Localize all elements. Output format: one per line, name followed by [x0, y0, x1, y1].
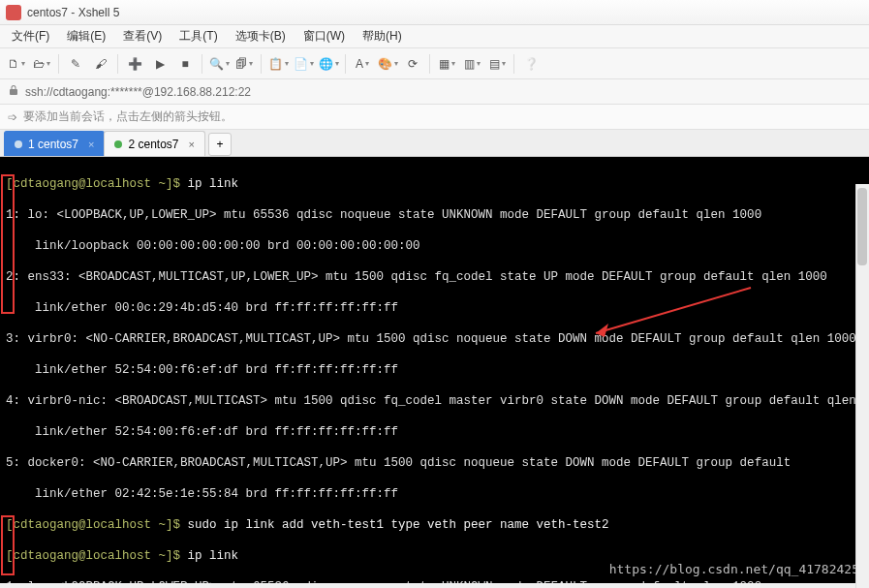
font-icon[interactable]: A	[352, 53, 373, 75]
add-tab-button[interactable]: +	[208, 133, 232, 156]
search-icon[interactable]: 🔍	[208, 53, 230, 75]
close-icon[interactable]: ×	[189, 139, 195, 150]
tab-label: 2 centos7	[128, 138, 178, 151]
hint-text: 要添加当前会话，点击左侧的箭头按钮。	[23, 108, 233, 125]
palette-icon[interactable]: 🎨	[377, 53, 398, 75]
separator	[58, 54, 59, 74]
status-dot-icon	[114, 140, 122, 148]
menu-file[interactable]: 文件(F)	[4, 26, 57, 46]
globe-icon[interactable]: 🌐	[318, 53, 339, 75]
separator	[429, 54, 430, 74]
layout2-icon[interactable]: ▥	[461, 53, 482, 75]
session-tabbar: 1 centos7 × 2 centos7 × +	[0, 130, 869, 157]
tab-centos7-2[interactable]: 2 centos7 ×	[104, 131, 204, 156]
plus-icon: +	[216, 138, 223, 151]
separator	[513, 54, 514, 74]
menu-edit[interactable]: 编辑(E)	[59, 26, 113, 46]
output-line: 4: virbr0-nic: <BROADCAST,MULTICAST> mtu…	[6, 393, 863, 409]
output-line: link/ether 52:54:00:f6:ef:df brd ff:ff:f…	[6, 424, 863, 440]
command: ip link	[188, 549, 239, 563]
menu-view[interactable]: 查看(V)	[115, 26, 170, 46]
separator	[261, 54, 262, 74]
close-icon[interactable]: ×	[88, 139, 94, 150]
watermark: https://blog.csdn.net/qq_41782425	[609, 562, 859, 577]
help-icon[interactable]: ❔	[520, 53, 542, 75]
output-line: link/loopback 00:00:00:00:00:00 brd 00:0…	[6, 238, 863, 254]
output-line: 1: lo: <LOOPBACK,UP,LOWER_UP> mtu 65536 …	[6, 579, 863, 583]
titlebar: centos7 - Xshell 5	[0, 0, 869, 25]
copy-icon[interactable]: 📋	[267, 53, 289, 75]
play-icon[interactable]: ▶	[149, 53, 171, 75]
output-line: link/ether 52:54:00:f6:ef:df brd ff:ff:f…	[6, 362, 863, 378]
prompt: [cdtaogang@localhost ~]$	[6, 549, 188, 563]
scrollbar[interactable]	[855, 184, 869, 588]
output-line: 2: ens33: <BROADCAST,MULTICAST,UP,LOWER_…	[6, 269, 863, 285]
lock-icon	[8, 84, 19, 99]
prompt: [cdtaogang@localhost ~]$	[6, 177, 188, 191]
hint-bar: ➩ 要添加当前会话，点击左侧的箭头按钮。	[0, 105, 869, 130]
addtab-icon[interactable]: ➕	[124, 53, 145, 75]
output-line: 3: virbr0: <NO-CARRIER,BROADCAST,MULTICA…	[6, 331, 863, 347]
separator	[345, 54, 346, 74]
open-session-icon[interactable]: 🗁	[31, 53, 52, 75]
output-line: 5: docker0: <NO-CARRIER,BROADCAST,MULTIC…	[6, 455, 863, 471]
address-text[interactable]: ssh://cdtaogang:*******@192.168.88.212:2…	[25, 85, 251, 99]
output-line: link/ether 02:42:5e:1e:55:84 brd ff:ff:f…	[6, 486, 863, 502]
menu-help[interactable]: 帮助(H)	[355, 26, 410, 46]
status-dot-icon	[15, 140, 22, 148]
terminal[interactable]: [cdtaogang@localhost ~]$ ip link 1: lo: …	[0, 157, 869, 583]
brush-icon[interactable]: 🖌	[90, 53, 111, 75]
window-title: centos7 - Xshell 5	[27, 6, 119, 19]
menubar: 文件(F) 编辑(E) 查看(V) 工具(T) 选项卡(B) 窗口(W) 帮助(…	[0, 25, 869, 48]
menu-tools[interactable]: 工具(T)	[171, 26, 225, 46]
app-icon	[6, 5, 21, 20]
address-bar: ssh://cdtaogang:*******@192.168.88.212:2…	[0, 79, 869, 105]
command: sudo ip link add veth-test1 type veth pe…	[188, 518, 609, 532]
scrollbar-thumb[interactable]	[857, 188, 867, 265]
paste-icon[interactable]: 📄	[293, 53, 314, 75]
menu-tabs[interactable]: 选项卡(B)	[228, 26, 294, 46]
layout3-icon[interactable]: ▤	[486, 53, 508, 75]
refresh-icon[interactable]: ⟳	[402, 53, 423, 75]
separator	[117, 54, 118, 74]
menu-window[interactable]: 窗口(W)	[295, 26, 353, 46]
prompt: [cdtaogang@localhost ~]$	[6, 518, 188, 532]
output-line: 1: lo: <LOOPBACK,UP,LOWER_UP> mtu 65536 …	[6, 207, 863, 223]
new-session-icon[interactable]: 🗋	[6, 53, 27, 75]
print-icon[interactable]: 🗐	[233, 53, 255, 75]
output-line: link/ether 00:0c:29:4b:d5:40 brd ff:ff:f…	[6, 300, 863, 316]
layout1-icon[interactable]: ▦	[436, 53, 457, 75]
pencil-icon[interactable]: ✎	[65, 53, 86, 75]
command: ip link	[188, 177, 239, 191]
tab-centos7-1[interactable]: 1 centos7 ×	[4, 131, 105, 156]
tab-label: 1 centos7	[28, 138, 78, 151]
hint-arrow-icon: ➩	[8, 110, 17, 124]
stop-icon[interactable]: ■	[174, 53, 196, 75]
toolbar: 🗋 🗁 ✎ 🖌 ➕ ▶ ■ 🔍 🗐 📋 📄 🌐 A 🎨 ⟳ ▦ ▥ ▤ ❔	[0, 48, 869, 79]
separator	[202, 54, 202, 74]
